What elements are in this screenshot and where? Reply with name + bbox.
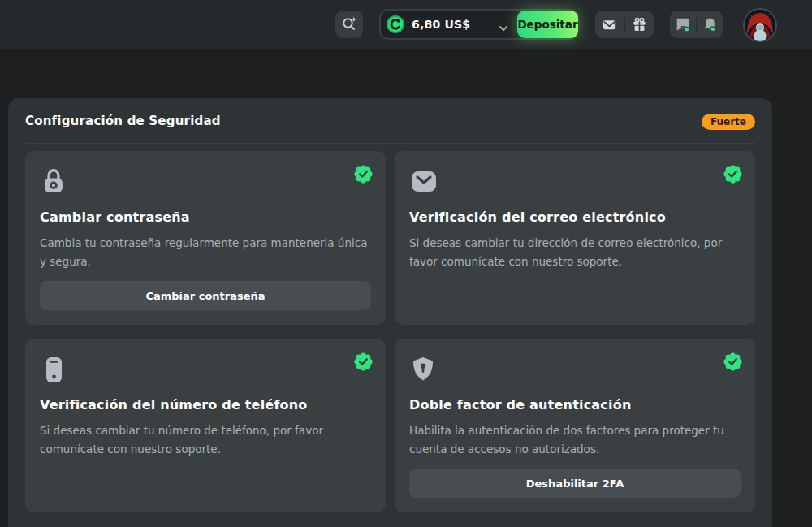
card-email-verification: Verificación del correo electrónico Si d… bbox=[395, 151, 755, 325]
card-title: Cambiar contraseña bbox=[40, 210, 371, 225]
card-description: Habilita la autenticación de dos factore… bbox=[409, 421, 741, 459]
security-cards-grid: Cambiar contraseña Cambia tu contraseña … bbox=[25, 151, 755, 512]
card-description: Cambia tu contraseña regularmente para m… bbox=[40, 234, 371, 271]
card-title: Verificación del número de teléfono bbox=[40, 397, 371, 413]
gift-icon[interactable] bbox=[628, 14, 650, 35]
chat-bell-group bbox=[670, 11, 723, 38]
card-title: Verificación del correo electrónico bbox=[409, 210, 741, 225]
card-description: Si deseas cambiar tu dirección de correo… bbox=[409, 234, 741, 271]
search-icon bbox=[340, 15, 358, 35]
change-password-button[interactable]: Cambiar contraseña bbox=[40, 281, 371, 310]
card-title: Doble factor de autenticación bbox=[409, 397, 741, 413]
bell-icon[interactable] bbox=[699, 14, 720, 35]
deposit-button[interactable]: Depositar bbox=[517, 11, 578, 38]
top-bar: 6,80 US$ Depositar bbox=[0, 0, 812, 49]
card-phone-verification: Verificación del número de teléfono Si d… bbox=[25, 339, 386, 512]
card-two-factor-auth: Doble factor de autenticación Habilita l… bbox=[395, 339, 755, 512]
verified-check-icon bbox=[723, 352, 742, 374]
chevron-down-icon bbox=[499, 21, 508, 37]
security-settings-panel: Configuración de Seguridad Fuerte bbox=[8, 98, 772, 527]
card-change-password: Cambiar contraseña Cambia tu contraseña … bbox=[25, 151, 386, 325]
search-button[interactable] bbox=[335, 11, 363, 38]
verified-check-icon bbox=[354, 165, 373, 187]
phone-icon bbox=[40, 355, 371, 384]
chat-icon[interactable] bbox=[672, 14, 693, 35]
verified-check-icon bbox=[354, 352, 373, 374]
coin-icon bbox=[387, 15, 404, 33]
panel-header: Configuración de Seguridad Fuerte bbox=[8, 98, 772, 143]
shield-icon bbox=[409, 355, 741, 384]
lock-icon bbox=[40, 167, 371, 197]
verified-check-icon bbox=[723, 165, 742, 187]
page-title: Configuración de Seguridad bbox=[25, 114, 221, 128]
group-divider bbox=[624, 17, 625, 32]
wallet-balance: 6,80 US$ bbox=[412, 18, 470, 31]
disable-2fa-button[interactable]: Deshabilitar 2FA bbox=[409, 469, 741, 498]
divider bbox=[25, 143, 755, 144]
group-divider bbox=[696, 17, 697, 32]
avatar[interactable] bbox=[743, 8, 777, 42]
mail-icon bbox=[409, 167, 741, 197]
mail-gift-group bbox=[595, 11, 654, 38]
card-description: Si deseas cambiar tu número de teléfono,… bbox=[40, 421, 371, 459]
mail-icon[interactable] bbox=[599, 14, 620, 35]
security-strength-badge: Fuerte bbox=[702, 114, 755, 130]
